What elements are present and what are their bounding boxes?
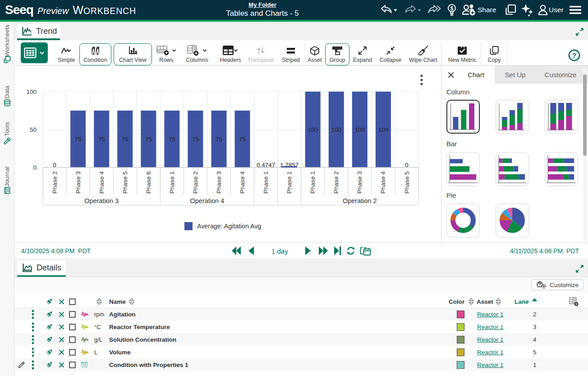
svg-text:75: 75	[98, 136, 105, 143]
svg-text:Phase 3: Phase 3	[356, 171, 363, 194]
svg-text:50: 50	[30, 126, 37, 133]
svg-text:Phase 5: Phase 5	[122, 171, 129, 194]
svg-text:0: 0	[53, 162, 56, 168]
svg-text:100: 100	[378, 126, 389, 133]
svg-text:Phase 5: Phase 5	[404, 171, 410, 194]
svg-text:Phase 3: Phase 3	[216, 171, 222, 194]
svg-text:0: 0	[33, 164, 37, 171]
svg-text:Operation 2: Operation 2	[343, 197, 377, 204]
svg-text:75: 75	[169, 136, 175, 143]
svg-text:Operation 4: Operation 4	[190, 197, 225, 204]
svg-text:Phase 2: Phase 2	[333, 171, 340, 194]
svg-text:0: 0	[405, 162, 409, 168]
svg-text:100: 100	[331, 126, 342, 133]
svg-text:Phase 1: Phase 1	[309, 171, 316, 194]
svg-text:0.4747: 0.4747	[257, 162, 275, 168]
svg-text:$: $	[450, 5, 454, 12]
svg-text:?: ?	[572, 51, 576, 59]
svg-text:Phase 3: Phase 3	[75, 171, 82, 194]
svg-text:Phase 1: Phase 1	[286, 171, 293, 194]
svg-text:Phase 1: Phase 1	[262, 171, 269, 194]
svg-text:Average: Agitation Avg: Average: Agitation Avg	[197, 223, 261, 230]
svg-text:Phase 4: Phase 4	[380, 171, 386, 194]
svg-text:100: 100	[26, 88, 37, 95]
svg-text:75: 75	[145, 136, 152, 143]
svg-text:100: 100	[355, 126, 365, 133]
svg-text:75: 75	[192, 136, 199, 143]
svg-text:Phase 4: Phase 4	[98, 171, 105, 194]
svg-text:Phase 1: Phase 1	[169, 171, 175, 194]
svg-text:Phase 6: Phase 6	[145, 171, 152, 194]
svg-text:Phase 2: Phase 2	[51, 171, 58, 194]
svg-text:100: 100	[308, 126, 318, 133]
svg-text:Operation 3: Operation 3	[84, 197, 119, 204]
svg-text:75: 75	[122, 136, 129, 143]
svg-text:75: 75	[216, 136, 222, 143]
svg-text:75: 75	[75, 136, 82, 143]
svg-text:Phase 4: Phase 4	[239, 171, 246, 194]
svg-text:75: 75	[239, 136, 246, 143]
svg-text:Phase 2: Phase 2	[192, 171, 199, 194]
